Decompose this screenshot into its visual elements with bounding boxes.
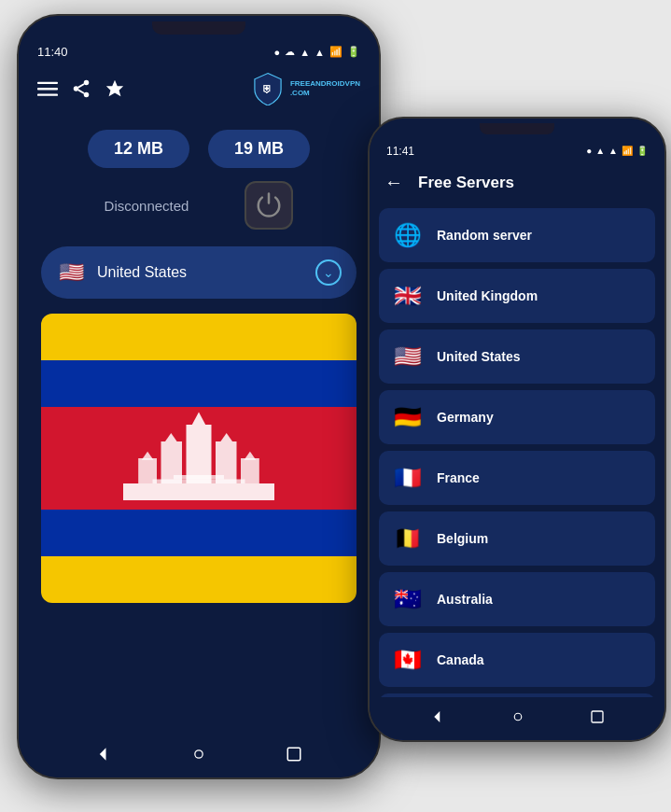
menu-icon[interactable] [37, 78, 58, 99]
server-item-de[interactable]: 🇩🇪Germany [379, 390, 655, 444]
server-flag-au: 🇦🇺 [392, 583, 424, 615]
svg-rect-1 [37, 88, 58, 90]
server-flag-uk: 🇬🇧 [392, 280, 424, 312]
signal-bars-icon: 📶 [329, 46, 342, 58]
battery-icon: 🔋 [347, 46, 360, 58]
svg-line-7 [78, 84, 84, 88]
server-flag-random: 🌐 [392, 219, 424, 251]
power-button[interactable] [245, 181, 293, 230]
time-phone1: 11:40 [37, 45, 68, 59]
nav-bar-phone2 [370, 697, 664, 740]
server-flag-be: 🇧🇪 [392, 523, 424, 554]
servers-header: ← Free Servers [370, 162, 664, 203]
battery2-icon: 🔋 [636, 146, 648, 156]
server-flag-fr: 🇫🇷 [392, 462, 424, 494]
status-bar-phone1: 11:40 ● ☁ ▲ ▲ 📶 🔋 [19, 35, 379, 64]
nav-home-button[interactable] [188, 743, 210, 765]
svg-line-6 [78, 90, 84, 93]
svg-point-4 [74, 86, 79, 91]
svg-point-3 [84, 80, 90, 86]
svg-rect-0 [37, 82, 58, 84]
server-name-fr: France [437, 470, 480, 485]
svg-point-27 [514, 713, 522, 721]
svg-marker-17 [165, 433, 177, 441]
favorites-icon[interactable] [105, 78, 125, 99]
phone1-device: 11:40 ● ☁ ▲ ▲ 📶 🔋 [17, 14, 381, 779]
server-name-au: Australia [437, 592, 493, 607]
flag-display [41, 314, 356, 603]
server-item-us[interactable]: 🇺🇸United States [379, 329, 655, 384]
download-badge: 12 MB [88, 130, 189, 168]
server-flag-us: 🇺🇸 [392, 341, 424, 372]
svg-rect-25 [287, 748, 301, 761]
selected-flag: 🇺🇸 [56, 258, 86, 287]
svg-marker-26 [434, 711, 440, 722]
nav2-home-button[interactable] [510, 708, 526, 729]
server-name-uk: United Kingdom [437, 288, 538, 303]
nav-recents-button[interactable] [283, 743, 305, 765]
country-selector[interactable]: 🇺🇸 United States ⌄ [41, 246, 356, 299]
stats-row: 12 MB 19 MB [19, 113, 379, 175]
shield-logo-icon: ⛨ [251, 72, 285, 105]
flag-red-center [41, 407, 356, 510]
server-item-au[interactable]: 🇦🇺Australia [379, 572, 655, 626]
left-icons [37, 78, 125, 99]
server-item-be[interactable]: 🇧🇪Belgium [379, 511, 655, 566]
dot2-icon: ● [586, 146, 592, 156]
server-item-random[interactable]: 🌐Random server [379, 208, 655, 262]
server-name-random: Random server [437, 228, 532, 243]
app-logo: ⛨ FREEANDROIDVPN .COM [251, 72, 360, 105]
server-name-us: United States [437, 349, 520, 364]
status-bar-phone2: 11:41 ● ▲ ▲ 📶 🔋 [370, 134, 664, 162]
svg-marker-18 [220, 433, 232, 441]
servers-title: Free Servers [418, 174, 514, 192]
wifi2-icon: ▲ [608, 146, 618, 156]
back-button[interactable]: ← [384, 172, 403, 193]
svg-marker-8 [106, 80, 123, 96]
signal-bars2-icon: 📶 [622, 146, 633, 156]
flag-blue-top [41, 360, 356, 407]
time-phone2: 11:41 [386, 145, 414, 158]
server-flag-ca: 🇨🇦 [392, 644, 424, 676]
svg-rect-2 [37, 94, 58, 96]
server-item-ca[interactable]: 🇨🇦Canada [379, 633, 655, 687]
wifi-icon: ▲ [315, 47, 325, 58]
cloud-icon: ☁ [285, 46, 295, 58]
flag-bottom-yellow [41, 556, 356, 603]
connection-status: Disconnected [105, 198, 189, 214]
signal2-icon: ▲ [595, 146, 605, 156]
status-icons-phone1: ● ☁ ▲ ▲ 📶 🔋 [274, 46, 360, 58]
selected-country-name: United States [97, 264, 187, 281]
svg-rect-11 [187, 425, 212, 483]
cambodia-flag-image [41, 314, 356, 603]
server-name-be: Belgium [437, 531, 488, 546]
svg-rect-21 [174, 475, 224, 480]
server-item-fr[interactable]: 🇫🇷France [379, 451, 655, 505]
share-icon[interactable] [71, 78, 91, 99]
svg-text:⛨: ⛨ [262, 83, 273, 94]
upload-badge: 19 MB [208, 130, 310, 168]
dot-icon: ● [274, 47, 281, 58]
nav-back-button[interactable] [92, 743, 115, 765]
svg-marker-23 [100, 748, 106, 760]
nav-bar-phone1 [19, 731, 379, 777]
svg-rect-28 [592, 711, 603, 722]
signal-icon: ▲ [300, 47, 310, 58]
svg-point-5 [84, 92, 90, 98]
server-list: 🌐Random server🇬🇧United Kingdom🇺🇸United S… [370, 203, 664, 740]
dropdown-chevron[interactable]: ⌄ [315, 259, 342, 286]
flag-blue-bottom [41, 510, 356, 556]
status-icons-phone2: ● ▲ ▲ 📶 🔋 [586, 146, 648, 156]
server-name-de: Germany [437, 410, 494, 425]
flag-top-yellow [41, 314, 356, 360]
nav2-recents-button[interactable] [590, 709, 605, 728]
topbar-phone1: ⛨ FREEANDROIDVPN .COM [19, 64, 379, 113]
logo-text: FREEANDROIDVPN .COM [290, 79, 360, 97]
server-item-uk[interactable]: 🇬🇧United Kingdom [379, 269, 655, 323]
connection-row: Disconnected [19, 175, 379, 243]
svg-marker-20 [245, 452, 257, 460]
nav2-back-button[interactable] [429, 708, 446, 729]
server-flag-de: 🇩🇪 [392, 401, 424, 433]
angkor-wat-icon [115, 407, 283, 510]
svg-rect-10 [123, 483, 274, 500]
